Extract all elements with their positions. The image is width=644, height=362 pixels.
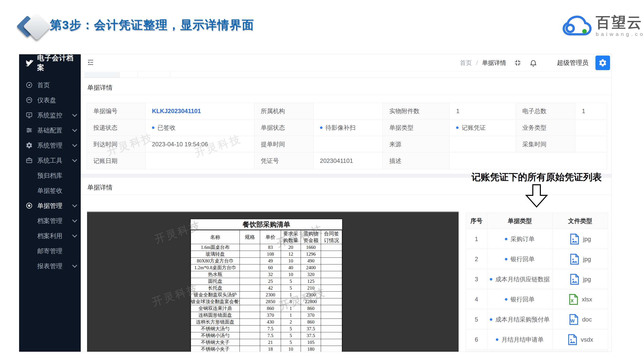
field-value bbox=[313, 103, 383, 119]
sidebar-item-4[interactable]: 系统管理 bbox=[19, 138, 81, 153]
doc-col-header: 要求采购数量 bbox=[281, 230, 301, 244]
doc-col-header: 合同签订情况 bbox=[321, 230, 342, 244]
bird-logo-icon bbox=[25, 59, 34, 67]
doc-row: 长托盘425210 bbox=[191, 285, 342, 292]
image-file-blue-icon bbox=[567, 334, 578, 346]
doc-cell: 18 bbox=[260, 346, 281, 352]
field-value bbox=[450, 153, 607, 169]
doc-cell: 热水瓶 bbox=[191, 271, 240, 278]
baiwang-logo: 百望云 baiwang.com bbox=[562, 15, 644, 37]
doc-cell bbox=[321, 271, 342, 278]
fullscreen-compress-icon[interactable] bbox=[514, 59, 522, 67]
sidebar-item-11[interactable]: 邮寄管理 bbox=[19, 243, 81, 258]
doc-cell bbox=[240, 326, 260, 332]
doc-row: 镀金全翻盖双头汤炉230012300 bbox=[191, 292, 342, 298]
chevron-down-icon bbox=[72, 202, 77, 207]
attachment-row-6[interactable]: 6月结月结申请单vsdx bbox=[466, 330, 608, 350]
doc-cell: 10 bbox=[281, 346, 301, 352]
doc-cell bbox=[240, 319, 260, 326]
doc-cell: 2400 bbox=[301, 264, 321, 271]
field-label: 单据状态 bbox=[254, 119, 313, 136]
sidebar-item-label: 首页 bbox=[37, 81, 76, 89]
doc-cell: 860 bbox=[301, 319, 321, 326]
sidebar-item-12[interactable]: 报表管理 bbox=[19, 258, 81, 274]
sidebar-item-0[interactable]: 首页 bbox=[19, 77, 81, 93]
attachment-row-4[interactable]: 4银行回单Xxlsx bbox=[466, 289, 608, 309]
field-label: 来源 bbox=[383, 136, 450, 153]
attachments-col-header: 序号 bbox=[466, 213, 487, 229]
doc-cell: 180 bbox=[301, 346, 321, 352]
attachment-file[interactable]: jpg bbox=[552, 269, 608, 289]
sidebar-item-2[interactable]: 系统监控 bbox=[19, 108, 81, 123]
document-number-link[interactable]: KLKJ2023041101 bbox=[152, 108, 201, 115]
doc-row: 不锈钢大夹子215105 bbox=[191, 339, 342, 346]
field-label: 描述 bbox=[383, 153, 450, 169]
doc-cell bbox=[321, 258, 342, 264]
attachment-row-3[interactable]: 3成本月结供应链数据jpg bbox=[466, 269, 608, 289]
attachment-no: 3 bbox=[466, 269, 487, 289]
doc-cell: 40 bbox=[281, 264, 301, 271]
breadcrumb: 首页 / 单据详情 bbox=[460, 59, 506, 67]
attachment-file[interactable]: jpg bbox=[552, 249, 608, 269]
doc-row: 不锈钢小汤勺7.5537.5 bbox=[191, 332, 342, 339]
attachment-row-1[interactable]: 1采购订单jpg bbox=[466, 229, 608, 249]
page-tab[interactable] bbox=[85, 72, 120, 78]
field-label: 投递状态 bbox=[87, 119, 145, 136]
status-dot bbox=[152, 126, 154, 129]
doc-cell: 105 bbox=[301, 339, 321, 346]
sidebar-brand: 电子会计档案 bbox=[19, 54, 81, 71]
attachments-col-header: 文件类型 bbox=[552, 213, 608, 229]
sidebar-item-1[interactable]: 仪表盘 bbox=[19, 93, 81, 108]
field-value: 记账凭证 bbox=[450, 119, 516, 136]
sidebar-item-5[interactable]: 系统工具 bbox=[19, 153, 81, 168]
attachment-file[interactable]: jpg bbox=[552, 229, 608, 249]
sidebar-item-label: 系统管理 bbox=[37, 141, 72, 150]
annotation-text: 记账凭证下的所有原始凭证列表 bbox=[461, 171, 612, 184]
file-extension: jpg bbox=[583, 256, 591, 263]
doc-cell: 圆托盘 bbox=[191, 278, 240, 285]
file-extension: vsdx bbox=[581, 336, 593, 343]
sidebar-item-6[interactable]: 预归档库 bbox=[19, 168, 81, 183]
doc-cell: 83 bbox=[260, 244, 281, 251]
collapse-sidebar-icon[interactable] bbox=[87, 59, 94, 67]
status-dot bbox=[505, 238, 507, 240]
sidebar-item-8[interactable]: 单据管理 bbox=[19, 198, 81, 213]
attachment-row-5[interactable]: 5成本月结采购预付单Wdoc bbox=[466, 309, 608, 330]
doc-cell bbox=[240, 251, 260, 258]
attachment-file[interactable]: Wdoc bbox=[552, 309, 608, 330]
sidebar-item-9[interactable]: 档案管理 bbox=[19, 213, 81, 228]
doc-row: 80X80方桌方台巾4910490 bbox=[191, 258, 342, 264]
doc-col-header: 规格 bbox=[240, 230, 260, 244]
document-image-viewer[interactable]: 餐饮部采购清单 名称规格单价要求采购数量需购物资金额合同签订情况1.6m圆桌台布… bbox=[87, 211, 459, 352]
attachment-no: 5 bbox=[466, 309, 487, 330]
sidebar-item-label: 单据管理 bbox=[37, 202, 72, 210]
attachment-row-2[interactable]: 2银行回单jpg bbox=[466, 249, 608, 269]
doc-cell bbox=[240, 339, 260, 346]
briefcase-icon bbox=[26, 157, 33, 164]
attachment-row-partial bbox=[466, 350, 608, 352]
notification-bell-icon[interactable] bbox=[529, 59, 537, 67]
app-title: 电子会计档案 bbox=[37, 54, 81, 72]
field-label: 单据类型 bbox=[383, 119, 450, 136]
sidebar-item-7[interactable]: 单据签收 bbox=[19, 183, 81, 198]
doc-cell: 370 bbox=[301, 312, 321, 319]
settings-button[interactable] bbox=[595, 56, 610, 70]
doc-cell: 1296 bbox=[301, 251, 321, 258]
attachment-file[interactable]: Xxlsx bbox=[552, 289, 608, 309]
attachment-file[interactable]: vsdx bbox=[552, 330, 608, 350]
current-user[interactable]: 超级管理员 bbox=[557, 59, 588, 67]
doc-cell: 430 bbox=[260, 319, 281, 326]
attachments-col-header: 单据类型 bbox=[487, 213, 552, 229]
doc-row: 全钢双连果汁鼎8601860 bbox=[191, 305, 342, 312]
doc-cell bbox=[321, 332, 342, 339]
doc-cell: 5 bbox=[281, 339, 301, 346]
field-value[interactable]: KLKJ2023041101 bbox=[145, 103, 254, 119]
sidebar-item-3[interactable]: 基础配置 bbox=[19, 123, 81, 138]
doc-cell: 5 bbox=[281, 332, 301, 339]
sidebar-item-10[interactable]: 档案利用 bbox=[19, 228, 81, 243]
breadcrumb-home[interactable]: 首页 bbox=[460, 59, 472, 66]
field-label: 提单时间 bbox=[254, 136, 313, 153]
doc-cell: 连柄圆形镜面盘 bbox=[191, 312, 240, 319]
file-extension: jpg bbox=[583, 276, 591, 283]
doc-header-row: 名称规格单价要求采购数量需购物资金额合同签订情况 bbox=[191, 230, 342, 244]
